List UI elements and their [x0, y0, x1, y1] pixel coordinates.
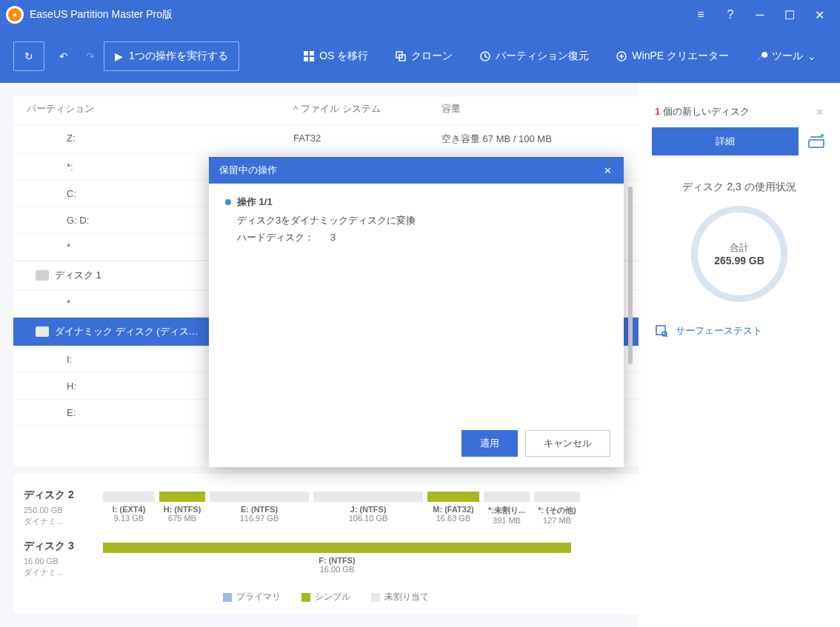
operation-title: 操作 1/1	[237, 195, 416, 209]
svg-rect-8	[809, 140, 824, 147]
help-icon[interactable]: ?	[716, 0, 745, 30]
svg-rect-0	[304, 51, 308, 56]
right-sidebar: 1個の新しいディスク ✕ 詳細 ディスク 2,3 の使用状況 合計 265.99…	[639, 83, 840, 627]
partition-block[interactable]: I: (EXT4)9.13 GB	[101, 489, 156, 528]
col-partition[interactable]: パーティション	[27, 102, 293, 115]
surface-test-link[interactable]: サーフェーステスト	[652, 317, 827, 345]
partition-block[interactable]: J: (NTFS)106.10 GB	[312, 489, 424, 528]
app-title: EaseUS Partition Master Pro版	[30, 8, 686, 21]
svg-rect-10	[656, 326, 665, 335]
operation-description: ディスク3をダイナミックディスクに変換	[237, 213, 416, 228]
undo-button[interactable]: ↶	[50, 41, 77, 71]
legend: プライマリ シンプル 未割り当て	[13, 583, 639, 608]
recovery-icon	[479, 50, 491, 62]
operation-detail: ハードディスク： 3	[237, 230, 416, 245]
disk-name: ディスク 2	[24, 489, 96, 502]
dialog-titlebar[interactable]: 保留中の操作 ✕	[209, 157, 624, 184]
partition-block[interactable]: M: (FAT32)16.63 GB	[426, 489, 481, 528]
disk3-bar[interactable]: ディスク 3 16.00 GB ダイナミ... F: (NTFS)16.00 G…	[13, 534, 639, 583]
content-area: パーティション ^ ファイル システム 容量 Z:FAT32空き容量 67 MB…	[0, 83, 840, 627]
partition-block[interactable]: H: (NTFS)675 MB	[158, 489, 207, 528]
partition-recovery-button[interactable]: パーティション復元	[469, 41, 599, 71]
dialog-title: 保留中の操作	[219, 164, 277, 177]
partition-block[interactable]: E: (NTFS)116.97 GB	[208, 489, 310, 528]
clone-button[interactable]: クローン	[384, 41, 463, 71]
disk-stack-icon[interactable]	[807, 133, 827, 150]
apply-button[interactable]: 適用	[461, 430, 518, 457]
app-logo	[6, 6, 24, 24]
redo-button[interactable]: ↷	[77, 41, 104, 71]
dialog-body: 操作 1/1 ディスク3をダイナミックディスクに変換 ハードディスク： 3	[209, 184, 624, 420]
winpe-creator-button[interactable]: WinPE クリエーター	[605, 41, 739, 71]
detail-button[interactable]: 詳細	[652, 127, 799, 155]
partition-block[interactable]: *:未割り...391 MB	[482, 489, 531, 528]
close-button[interactable]: ✕	[804, 0, 834, 30]
title-bar: EaseUS Partition Master Pro版 ≡ ? ─ ☐ ✕	[0, 0, 840, 30]
windows-icon	[303, 50, 315, 62]
usage-donut-chart: 合計 265.99 GB	[691, 206, 787, 302]
pending-operations-dialog: 保留中の操作 ✕ 操作 1/1 ディスク3をダイナミックディスクに変換 ハードデ…	[209, 157, 624, 467]
refresh-button[interactable]: ↻	[13, 41, 44, 71]
plus-circle-icon	[616, 50, 627, 62]
cancel-button[interactable]: キャンセル	[525, 430, 610, 457]
svg-point-9	[821, 134, 824, 137]
surface-test-icon	[655, 324, 668, 338]
menu-icon[interactable]: ≡	[686, 0, 716, 30]
close-notice-icon[interactable]: ✕	[816, 107, 824, 118]
svg-rect-2	[304, 57, 308, 61]
partition-block[interactable]: F: (NTFS)16.00 GB	[101, 540, 573, 577]
sort-icon: ^	[293, 104, 298, 115]
clone-icon	[395, 50, 407, 62]
bullet-icon	[225, 199, 231, 205]
run-operations-button[interactable]: ▶1つの操作を実行する	[104, 41, 239, 71]
legend-primary-swatch	[223, 593, 232, 602]
disk-icon	[36, 326, 49, 337]
svg-rect-3	[310, 57, 314, 61]
main-toolbar: ↻ ↶ ↷ ▶1つの操作を実行する OS を移行 クローン パーティション復元 …	[0, 30, 840, 83]
disk-map: ディスク 2 250.00 GB ダイナミ... I: (EXT4)9.13 G…	[13, 474, 639, 614]
maximize-button[interactable]: ☐	[775, 0, 804, 30]
minimize-button[interactable]: ─	[745, 0, 775, 30]
partition-block[interactable]: *: (その他)127 MB	[533, 489, 581, 528]
list-header: パーティション ^ ファイル システム 容量	[13, 96, 639, 125]
migrate-os-button[interactable]: OS を移行	[293, 41, 379, 71]
col-filesystem[interactable]: ^ ファイル システム	[293, 102, 441, 115]
dialog-close-button[interactable]: ✕	[597, 160, 618, 181]
svg-rect-1	[310, 51, 314, 56]
new-disk-notice: 1個の新しいディスク ✕	[652, 96, 827, 127]
legend-unalloc-swatch	[371, 593, 380, 602]
chevron-down-icon: ⌄	[807, 50, 816, 62]
scrollbar-thumb[interactable]	[628, 187, 633, 364]
legend-simple-swatch	[301, 593, 310, 602]
wrench-icon	[756, 50, 767, 62]
disk-icon	[36, 270, 49, 281]
usage-title: ディスク 2,3 の使用状況	[652, 181, 827, 194]
partition-row[interactable]: Z:FAT32空き容量 67 MB / 100 MB	[13, 125, 639, 154]
disk2-bar[interactable]: ディスク 2 250.00 GB ダイナミ... I: (EXT4)9.13 G…	[13, 483, 639, 534]
tools-dropdown[interactable]: ツール ⌄	[745, 41, 827, 71]
col-capacity[interactable]: 容量	[441, 102, 625, 115]
run-label: 1つの操作を実行する	[129, 50, 228, 63]
